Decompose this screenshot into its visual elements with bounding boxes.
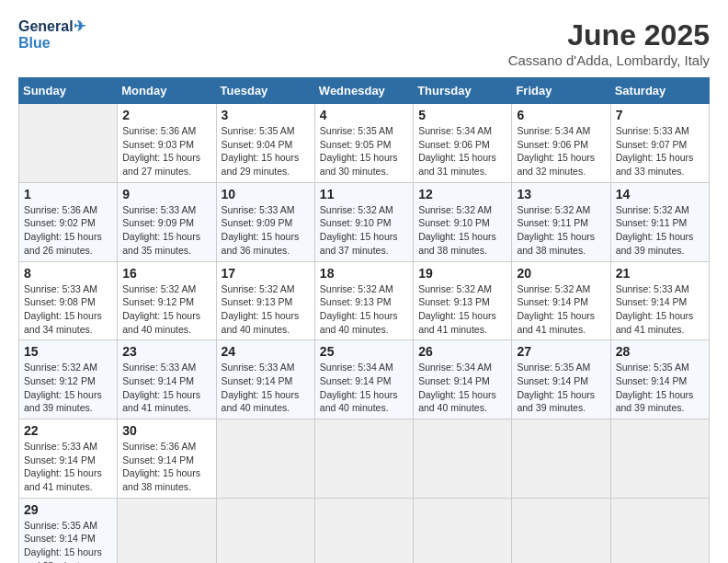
day-info: Sunrise: 5:36 AM Sunset: 9:14 PM Dayligh… bbox=[122, 440, 210, 494]
calendar-cell: 15 Sunrise: 5:32 AM Sunset: 9:12 PM Dayl… bbox=[19, 340, 118, 419]
calendar-cell: 6 Sunrise: 5:34 AM Sunset: 9:06 PM Dayli… bbox=[512, 104, 610, 183]
day-info: Sunrise: 5:36 AM Sunset: 9:03 PM Dayligh… bbox=[122, 124, 210, 178]
day-info: Sunrise: 5:32 AM Sunset: 9:14 PM Dayligh… bbox=[517, 282, 605, 337]
calendar-cell: 30 Sunrise: 5:36 AM Sunset: 9:14 PM Dayl… bbox=[118, 419, 216, 499]
day-number: 15 bbox=[24, 344, 112, 359]
calendar-cell bbox=[19, 104, 118, 183]
calendar-week-row: 29 Sunrise: 5:35 AM Sunset: 9:14 PM Dayl… bbox=[19, 498, 710, 563]
day-number: 2 bbox=[122, 108, 210, 122]
day-number: 6 bbox=[517, 108, 605, 122]
day-number: 26 bbox=[418, 344, 506, 359]
day-number: 28 bbox=[616, 344, 704, 359]
day-info: Sunrise: 5:35 AM Sunset: 9:05 PM Dayligh… bbox=[320, 124, 408, 178]
calendar-cell bbox=[512, 498, 610, 563]
calendar-cell: 12 Sunrise: 5:32 AM Sunset: 9:10 PM Dayl… bbox=[414, 182, 512, 261]
day-info: Sunrise: 5:32 AM Sunset: 9:10 PM Dayligh… bbox=[320, 203, 408, 258]
day-info: Sunrise: 5:35 AM Sunset: 9:04 PM Dayligh… bbox=[222, 124, 310, 178]
day-number: 13 bbox=[517, 187, 605, 201]
header: General✈ Blue June 2025 Cassano d'Adda, … bbox=[18, 18, 710, 68]
calendar-cell: 8 Sunrise: 5:33 AM Sunset: 9:08 PM Dayli… bbox=[19, 261, 118, 340]
day-info: Sunrise: 5:34 AM Sunset: 9:06 PM Dayligh… bbox=[418, 124, 506, 178]
title-area: June 2025 Cassano d'Adda, Lombardy, Ital… bbox=[508, 18, 710, 68]
calendar-cell: 16 Sunrise: 5:32 AM Sunset: 9:12 PM Dayl… bbox=[118, 261, 216, 340]
day-info: Sunrise: 5:35 AM Sunset: 9:14 PM Dayligh… bbox=[24, 519, 112, 563]
calendar-cell: 7 Sunrise: 5:33 AM Sunset: 9:07 PM Dayli… bbox=[610, 104, 709, 183]
day-number: 10 bbox=[222, 187, 310, 201]
day-number: 23 bbox=[122, 344, 210, 359]
day-info: Sunrise: 5:32 AM Sunset: 9:10 PM Dayligh… bbox=[418, 203, 506, 258]
day-number: 7 bbox=[616, 108, 704, 122]
day-number: 21 bbox=[616, 266, 704, 281]
day-info: Sunrise: 5:33 AM Sunset: 9:09 PM Dayligh… bbox=[122, 203, 210, 258]
calendar-cell: 3 Sunrise: 5:35 AM Sunset: 9:04 PM Dayli… bbox=[216, 104, 314, 183]
day-info: Sunrise: 5:33 AM Sunset: 9:09 PM Dayligh… bbox=[222, 203, 310, 258]
day-number: 8 bbox=[24, 266, 112, 281]
calendar-week-row: 15 Sunrise: 5:32 AM Sunset: 9:12 PM Dayl… bbox=[19, 340, 710, 419]
day-info: Sunrise: 5:33 AM Sunset: 9:14 PM Dayligh… bbox=[122, 361, 210, 415]
calendar-cell: 10 Sunrise: 5:33 AM Sunset: 9:09 PM Dayl… bbox=[216, 182, 314, 261]
calendar-cell bbox=[314, 419, 413, 499]
calendar-cell: 19 Sunrise: 5:32 AM Sunset: 9:13 PM Dayl… bbox=[414, 261, 512, 340]
day-info: Sunrise: 5:32 AM Sunset: 9:13 PM Dayligh… bbox=[418, 282, 506, 337]
calendar-cell: 29 Sunrise: 5:35 AM Sunset: 9:14 PM Dayl… bbox=[19, 498, 118, 563]
day-info: Sunrise: 5:32 AM Sunset: 9:13 PM Dayligh… bbox=[320, 282, 408, 337]
day-number: 5 bbox=[418, 108, 506, 122]
header-thursday: Thursday bbox=[414, 78, 512, 104]
calendar-week-row: 8 Sunrise: 5:33 AM Sunset: 9:08 PM Dayli… bbox=[19, 261, 710, 340]
header-friday: Friday bbox=[512, 78, 610, 104]
calendar-cell: 14 Sunrise: 5:32 AM Sunset: 9:11 PM Dayl… bbox=[610, 182, 709, 261]
calendar-week-row: 1 Sunrise: 5:36 AM Sunset: 9:02 PM Dayli… bbox=[19, 182, 710, 261]
day-info: Sunrise: 5:34 AM Sunset: 9:06 PM Dayligh… bbox=[517, 124, 605, 178]
day-info: Sunrise: 5:32 AM Sunset: 9:13 PM Dayligh… bbox=[222, 282, 310, 337]
day-info: Sunrise: 5:35 AM Sunset: 9:14 PM Dayligh… bbox=[616, 361, 704, 415]
day-info: Sunrise: 5:35 AM Sunset: 9:14 PM Dayligh… bbox=[517, 361, 605, 415]
calendar-cell bbox=[610, 419, 709, 499]
calendar-cell: 1 Sunrise: 5:36 AM Sunset: 9:02 PM Dayli… bbox=[19, 182, 118, 261]
month-year-title: June 2025 bbox=[508, 18, 710, 52]
calendar-cell bbox=[216, 419, 314, 499]
day-number: 11 bbox=[320, 187, 408, 201]
day-info: Sunrise: 5:34 AM Sunset: 9:14 PM Dayligh… bbox=[320, 361, 408, 415]
day-number: 27 bbox=[517, 344, 605, 359]
day-number: 29 bbox=[24, 502, 112, 517]
day-number: 16 bbox=[122, 266, 210, 281]
day-info: Sunrise: 5:32 AM Sunset: 9:11 PM Dayligh… bbox=[616, 203, 704, 258]
day-info: Sunrise: 5:33 AM Sunset: 9:14 PM Dayligh… bbox=[616, 282, 704, 337]
header-saturday: Saturday bbox=[610, 78, 709, 104]
day-number: 4 bbox=[320, 108, 408, 122]
calendar-cell bbox=[414, 419, 512, 499]
calendar-cell: 18 Sunrise: 5:32 AM Sunset: 9:13 PM Dayl… bbox=[314, 261, 413, 340]
day-number: 25 bbox=[320, 344, 408, 359]
day-number: 1 bbox=[24, 187, 112, 201]
calendar-cell: 2 Sunrise: 5:36 AM Sunset: 9:03 PM Dayli… bbox=[118, 104, 216, 183]
day-number: 17 bbox=[222, 266, 310, 281]
day-info: Sunrise: 5:32 AM Sunset: 9:11 PM Dayligh… bbox=[517, 203, 605, 258]
calendar-cell: 20 Sunrise: 5:32 AM Sunset: 9:14 PM Dayl… bbox=[512, 261, 610, 340]
day-info: Sunrise: 5:33 AM Sunset: 9:07 PM Dayligh… bbox=[616, 124, 704, 178]
day-info: Sunrise: 5:33 AM Sunset: 9:08 PM Dayligh… bbox=[24, 282, 112, 337]
calendar-cell bbox=[118, 498, 216, 563]
day-info: Sunrise: 5:32 AM Sunset: 9:12 PM Dayligh… bbox=[24, 361, 112, 415]
location-subtitle: Cassano d'Adda, Lombardy, Italy bbox=[508, 52, 710, 68]
header-monday: Monday bbox=[118, 78, 216, 104]
day-number: 18 bbox=[320, 266, 408, 281]
calendar-cell: 17 Sunrise: 5:32 AM Sunset: 9:13 PM Dayl… bbox=[216, 261, 314, 340]
day-info: Sunrise: 5:36 AM Sunset: 9:02 PM Dayligh… bbox=[24, 203, 112, 258]
day-number: 14 bbox=[616, 187, 704, 201]
calendar-cell bbox=[314, 498, 413, 563]
weekday-header-row: Sunday Monday Tuesday Wednesday Thursday… bbox=[19, 78, 710, 104]
calendar-cell: 25 Sunrise: 5:34 AM Sunset: 9:14 PM Dayl… bbox=[314, 340, 413, 419]
header-tuesday: Tuesday bbox=[216, 78, 314, 104]
day-info: Sunrise: 5:33 AM Sunset: 9:14 PM Dayligh… bbox=[222, 361, 310, 415]
calendar-cell: 27 Sunrise: 5:35 AM Sunset: 9:14 PM Dayl… bbox=[512, 340, 610, 419]
day-number: 9 bbox=[122, 187, 210, 201]
day-number: 20 bbox=[517, 266, 605, 281]
calendar-cell: 28 Sunrise: 5:35 AM Sunset: 9:14 PM Dayl… bbox=[610, 340, 709, 419]
day-number: 30 bbox=[122, 423, 210, 438]
header-sunday: Sunday bbox=[19, 78, 118, 104]
calendar-cell: 26 Sunrise: 5:34 AM Sunset: 9:14 PM Dayl… bbox=[414, 340, 512, 419]
calendar-cell: 21 Sunrise: 5:33 AM Sunset: 9:14 PM Dayl… bbox=[610, 261, 709, 340]
calendar-cell: 9 Sunrise: 5:33 AM Sunset: 9:09 PM Dayli… bbox=[118, 182, 216, 261]
calendar-cell: 23 Sunrise: 5:33 AM Sunset: 9:14 PM Dayl… bbox=[118, 340, 216, 419]
day-info: Sunrise: 5:34 AM Sunset: 9:14 PM Dayligh… bbox=[418, 361, 506, 415]
